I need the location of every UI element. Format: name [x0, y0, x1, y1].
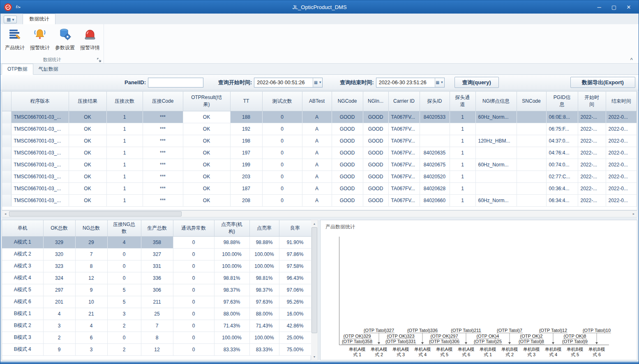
- cell[interactable]: GOOD: [363, 182, 388, 194]
- column-header[interactable]: TT: [230, 92, 262, 111]
- cell[interactable]: 100.00%: [214, 248, 249, 260]
- cell[interactable]: 00:74:0...: [546, 159, 578, 170]
- cell[interactable]: 95.26%: [279, 296, 311, 308]
- cell[interactable]: 0: [173, 284, 214, 296]
- cell[interactable]: 100.00%: [249, 248, 279, 260]
- cell[interactable]: OK: [183, 182, 230, 194]
- cell[interactable]: TMSC0667001-03_...: [11, 182, 69, 194]
- cell[interactable]: 201: [43, 296, 75, 308]
- cell[interactable]: GOOD: [363, 194, 388, 206]
- column-header[interactable]: 探头通 道: [450, 92, 475, 111]
- cell[interactable]: TA067FV...: [388, 159, 420, 170]
- cell[interactable]: 336: [141, 272, 173, 284]
- cell[interactable]: TA067FV...: [388, 194, 420, 206]
- cell[interactable]: B模式 2: [2, 320, 43, 332]
- table-row[interactable]: TMSC0667001-03_...OK1***OK1880AGOODGOODT…: [2, 111, 637, 123]
- cell[interactable]: 2022-...: [578, 194, 606, 206]
- cell[interactable]: A: [302, 147, 332, 159]
- cell[interactable]: 98.88%: [249, 236, 279, 248]
- cell[interactable]: 0: [173, 260, 214, 272]
- cell[interactable]: OK: [69, 182, 106, 194]
- column-header[interactable]: NGCode: [332, 92, 363, 111]
- cell[interactable]: A: [302, 159, 332, 170]
- cell[interactable]: 0: [173, 332, 214, 343]
- table-row[interactable]: A模式 6201105211097.63%97.63%95.26%: [2, 296, 311, 308]
- cell[interactable]: 197: [230, 147, 262, 159]
- column-header[interactable]: NGIn...: [363, 92, 388, 111]
- cell[interactable]: OK: [69, 170, 106, 182]
- cell[interactable]: 83.33%: [249, 343, 279, 355]
- cell[interactable]: 8: [75, 260, 107, 272]
- cell[interactable]: 3: [75, 343, 107, 355]
- cell[interactable]: 188: [230, 111, 262, 123]
- skin-selector-icon[interactable]: [16, 3, 21, 11]
- calendar-dropdown-icon[interactable]: ▦▼: [435, 78, 444, 87]
- cell[interactable]: GOOD: [363, 170, 388, 182]
- column-header[interactable]: Carrier ID: [388, 92, 420, 111]
- cell[interactable]: 100.00%: [249, 260, 279, 272]
- cell[interactable]: 9: [43, 343, 75, 355]
- cell[interactable]: GOOD: [363, 123, 388, 135]
- cell[interactable]: 2022-0...: [606, 182, 637, 194]
- scroll-right-arrow[interactable]: ►: [630, 211, 637, 217]
- app-menu-button[interactable]: ▦ ▾: [4, 16, 17, 23]
- cell[interactable]: 84020635: [420, 147, 450, 159]
- cell[interactable]: 10: [75, 296, 107, 308]
- cell[interactable]: GOOD: [332, 182, 363, 194]
- product-stats-button[interactable]: 产品统计: [3, 25, 27, 56]
- cell[interactable]: ***: [143, 182, 183, 194]
- cell[interactable]: OK: [183, 123, 230, 135]
- cell[interactable]: 98.81%: [249, 272, 279, 284]
- cell[interactable]: 98.81%: [214, 272, 249, 284]
- cell[interactable]: [517, 147, 546, 159]
- scroll-left-arrow[interactable]: ◄: [2, 211, 9, 217]
- tab-cylinder-data[interactable]: 气缸数据: [33, 64, 64, 74]
- cell[interactable]: TMSC0667001-03_...: [11, 111, 69, 123]
- horizontal-scrollbar[interactable]: ◄ ►: [2, 210, 637, 217]
- cell[interactable]: 0: [107, 332, 141, 343]
- cell[interactable]: GOOD: [363, 135, 388, 147]
- cell[interactable]: 2022-0...: [606, 111, 637, 123]
- cell[interactable]: 2022-0...: [606, 194, 637, 206]
- cell[interactable]: OK: [69, 111, 106, 123]
- cell[interactable]: 84020660: [420, 194, 450, 206]
- cell[interactable]: 84020675: [420, 159, 450, 170]
- cell[interactable]: 2022-...: [578, 159, 606, 170]
- cell[interactable]: OK: [183, 147, 230, 159]
- cell[interactable]: A: [302, 182, 332, 194]
- column-header[interactable]: 压接Code: [143, 92, 183, 111]
- cell[interactable]: [420, 135, 450, 147]
- cell[interactable]: 2: [107, 343, 141, 355]
- cell[interactable]: 0: [262, 111, 302, 123]
- cell[interactable]: 1: [106, 111, 143, 123]
- cell[interactable]: 42.86%: [279, 320, 311, 332]
- cell[interactable]: 211: [141, 296, 173, 308]
- scrollbar-thumb[interactable]: [9, 211, 182, 217]
- cell[interactable]: 4: [107, 236, 141, 248]
- cell[interactable]: 97.86%: [279, 248, 311, 260]
- cell[interactable]: 1: [106, 135, 143, 147]
- cell[interactable]: 97.63%: [249, 296, 279, 308]
- cell[interactable]: 84020628: [420, 182, 450, 194]
- cell[interactable]: [517, 194, 546, 206]
- column-header[interactable]: 生产总数: [141, 220, 173, 236]
- cell[interactable]: 12: [75, 272, 107, 284]
- cell[interactable]: 306: [141, 284, 173, 296]
- cell[interactable]: GOOD: [332, 194, 363, 206]
- cell[interactable]: 329: [43, 236, 75, 248]
- cell[interactable]: 60Hz_Norm...: [475, 194, 517, 206]
- cell[interactable]: 0: [173, 296, 214, 308]
- cell[interactable]: ***: [143, 123, 183, 135]
- table-row[interactable]: A模式 529795306098.37%98.37%97.06%: [2, 284, 311, 296]
- cell[interactable]: 2: [107, 320, 141, 332]
- table-row[interactable]: TMSC0667001-03_...OK1***OK1870AGOODGOODT…: [2, 182, 637, 194]
- cell[interactable]: A: [302, 170, 332, 182]
- cell[interactable]: 3: [43, 320, 75, 332]
- cell[interactable]: 97.63%: [214, 296, 249, 308]
- cell[interactable]: 1: [106, 123, 143, 135]
- column-header[interactable]: 压接NG总 数: [107, 220, 141, 236]
- column-header[interactable]: PGID信 息: [546, 92, 578, 111]
- cell[interactable]: TMSC0667001-03_...: [11, 135, 69, 147]
- cell[interactable]: A模式 4: [2, 272, 43, 284]
- cell[interactable]: ***: [143, 111, 183, 123]
